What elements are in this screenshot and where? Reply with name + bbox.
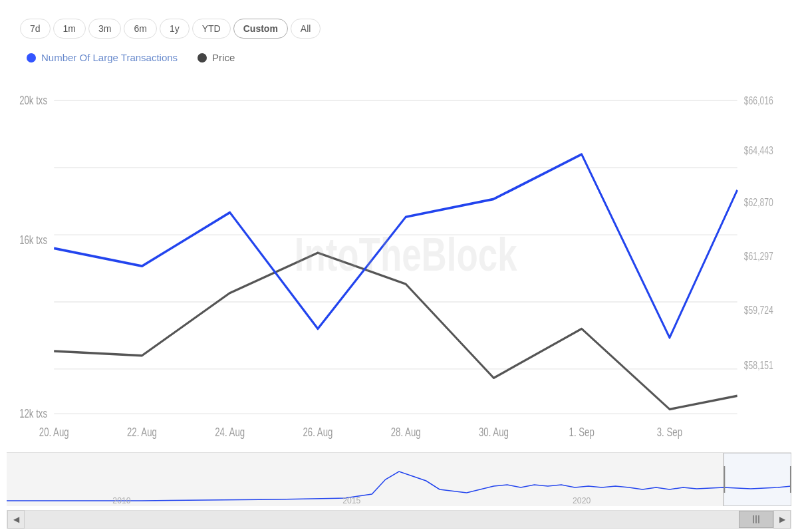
legend-item-price[interactable]: Price	[198, 52, 235, 63]
legend-item-transactions[interactable]: Number Of Large Transactions	[27, 52, 178, 63]
scroll-bar[interactable]: ◀ ▶	[7, 510, 791, 529]
main-chart-svg: 20k txs 16k txs 12k txs $66,016 $64,443 …	[7, 74, 791, 450]
svg-text:$64,443: $64,443	[744, 144, 773, 156]
legend-dot-price	[198, 53, 207, 63]
legend-label-price: Price	[212, 52, 235, 63]
svg-text:22. Aug: 22. Aug	[127, 426, 157, 438]
svg-text:16k txs: 16k txs	[19, 233, 47, 246]
svg-text:2015: 2015	[342, 496, 360, 505]
svg-rect-31	[790, 466, 791, 493]
time-btn-ytd[interactable]: YTD	[192, 19, 231, 39]
svg-text:30. Aug: 30. Aug	[479, 426, 509, 438]
time-btn-3m[interactable]: 3m	[88, 19, 121, 39]
time-btn-custom[interactable]: Custom	[233, 19, 288, 39]
scroll-right-arrow[interactable]: ▶	[773, 510, 791, 529]
time-btn-7d[interactable]: 7d	[20, 19, 51, 39]
legend: Number Of Large TransactionsPrice	[7, 47, 791, 74]
scroll-thumb[interactable]	[739, 511, 773, 528]
svg-text:$58,151: $58,151	[744, 359, 773, 371]
svg-rect-30	[724, 466, 725, 493]
svg-text:26. Aug: 26. Aug	[303, 426, 333, 438]
legend-dot-transactions	[27, 53, 36, 63]
svg-text:24. Aug: 24. Aug	[215, 426, 245, 438]
svg-text:1. Sep: 1. Sep	[569, 426, 595, 438]
time-btn-all[interactable]: All	[291, 19, 321, 39]
time-btn-1m[interactable]: 1m	[53, 19, 86, 39]
svg-rect-26	[724, 453, 791, 506]
main-chart-area: 20k txs 16k txs 12k txs $66,016 $64,443 …	[7, 74, 791, 450]
svg-text:$62,870: $62,870	[744, 196, 773, 208]
svg-text:20. Aug: 20. Aug	[39, 426, 69, 438]
svg-text:28. Aug: 28. Aug	[391, 426, 421, 438]
svg-text:3. Sep: 3. Sep	[657, 426, 682, 438]
svg-text:20k txs: 20k txs	[19, 94, 47, 106]
mini-chart-svg: 2010 2015 2020	[7, 453, 791, 506]
time-range-bar: 7d1m3m6m1yYTDCustomAll	[7, 13, 791, 47]
svg-text:2010: 2010	[112, 496, 130, 505]
chart-container: 7d1m3m6m1yYTDCustomAll Number Of Large T…	[0, 0, 798, 532]
time-btn-6m[interactable]: 6m	[124, 19, 156, 39]
svg-text:$61,297: $61,297	[744, 250, 773, 262]
svg-text:$66,016: $66,016	[744, 94, 773, 106]
time-btn-1y[interactable]: 1y	[160, 19, 190, 39]
mini-chart-area: 2010 2015 2020 ◀ ▶	[7, 452, 791, 525]
scroll-track[interactable]	[25, 511, 773, 528]
svg-text:12k txs: 12k txs	[19, 407, 47, 420]
svg-text:$59,724: $59,724	[744, 304, 773, 316]
svg-text:IntoTheBlock: IntoTheBlock	[295, 229, 517, 281]
svg-text:2020: 2020	[573, 496, 591, 505]
scroll-thumb-grip	[753, 515, 759, 523]
legend-label-transactions: Number Of Large Transactions	[41, 52, 178, 63]
scroll-left-arrow[interactable]: ◀	[7, 510, 25, 529]
